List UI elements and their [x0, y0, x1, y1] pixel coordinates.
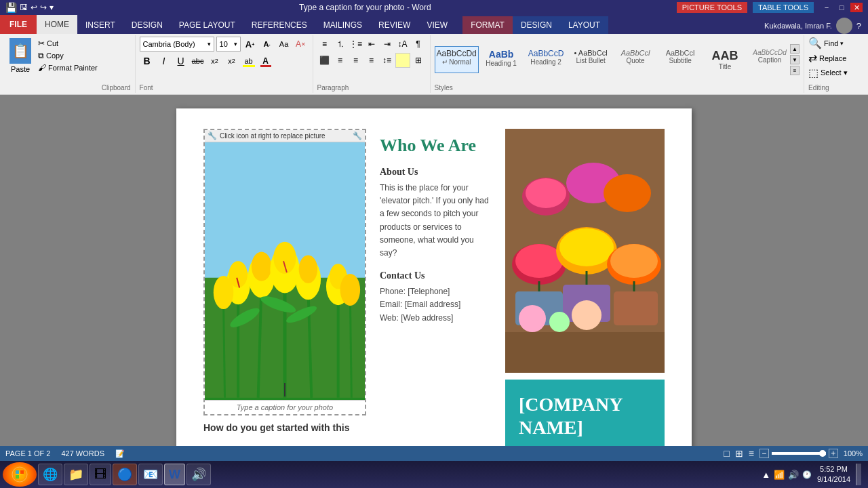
zoom-out-button[interactable]: −: [760, 449, 769, 458]
bullets-button[interactable]: ≡: [317, 37, 332, 52]
tab-layout[interactable]: LAYOUT: [560, 16, 608, 34]
justify-button[interactable]: ≡: [364, 53, 379, 68]
increase-indent-button[interactable]: ⇥: [380, 37, 395, 52]
select-icon: ⬚: [808, 66, 818, 79]
paste-label: Paste: [11, 65, 30, 73]
tab-references[interactable]: REFERENCES: [243, 16, 315, 34]
view-print-icon[interactable]: □: [724, 448, 729, 459]
sort-button[interactable]: ↕A: [395, 37, 410, 52]
strikethrough-button[interactable]: abc: [191, 54, 205, 68]
replace-button[interactable]: ⇄ Replace: [808, 52, 861, 64]
window-controls[interactable]: − □ ✕: [821, 3, 863, 12]
subscript-button[interactable]: x2: [208, 54, 222, 68]
font-size-arrow[interactable]: ▾: [234, 41, 237, 47]
grow-font-button[interactable]: A+: [243, 37, 258, 52]
document-area[interactable]: [COMPANY NAME] 🔧 Click icon at right to …: [0, 95, 868, 446]
tab-file[interactable]: FILE: [0, 15, 37, 34]
styles-scroll-up[interactable]: ▲: [790, 44, 800, 54]
style-heading2[interactable]: AaBbCcD Heading 2: [524, 46, 568, 73]
select-label: Select ▾: [821, 68, 848, 77]
style-quote[interactable]: AaBbCcl Quote: [614, 46, 658, 73]
align-left-button[interactable]: ⬛: [317, 53, 332, 68]
bold-button[interactable]: B: [140, 54, 155, 68]
tab-page-layout[interactable]: PAGE LAYOUT: [171, 16, 243, 34]
style-list-bullet[interactable]: • AaBbCcl List Bullet: [569, 46, 613, 73]
numbering-button[interactable]: ⒈: [333, 37, 348, 52]
clear-format-button[interactable]: A✕: [294, 37, 309, 52]
font-name-dropdown[interactable]: Cambria (Body) ▾: [140, 37, 214, 52]
taskbar-explorer[interactable]: 📁: [64, 464, 88, 485]
show-hide-button[interactable]: ¶: [411, 37, 426, 52]
cut-button[interactable]: ✂ Cut: [37, 38, 99, 49]
tab-review[interactable]: REVIEW: [370, 16, 418, 34]
taskbar-ie[interactable]: 🌐: [38, 464, 62, 485]
tray-arrow[interactable]: ▲: [762, 470, 770, 480]
align-center-button[interactable]: ≡: [333, 53, 348, 68]
placeholder-icon: 🔧: [208, 131, 217, 140]
photo-container[interactable]: 🔧 Click icon at right to replace picture…: [203, 129, 366, 415]
close-btn[interactable]: ✕: [850, 3, 863, 12]
tray-volume[interactable]: 🔊: [788, 470, 799, 480]
change-case-button[interactable]: Aa: [277, 37, 292, 52]
borders-button[interactable]: ⊞: [411, 53, 426, 68]
style-heading1[interactable]: AaBb Heading 1: [479, 46, 524, 73]
superscript-button[interactable]: x2: [224, 54, 239, 68]
status-bar: PAGE 1 OF 2 427 WORDS 📝 □ ⊞ ≡ − + 100%: [0, 446, 868, 461]
zoom-thumb[interactable]: [819, 450, 826, 457]
format-painter-icon: 🖌: [38, 63, 46, 73]
underline-button[interactable]: U: [174, 54, 189, 68]
shrink-font-button[interactable]: A-: [260, 37, 275, 52]
taskbar-word[interactable]: W: [164, 464, 185, 485]
styles-expand[interactable]: ≡: [790, 66, 800, 75]
tab-view[interactable]: VIEW: [418, 16, 456, 34]
minimize-btn[interactable]: −: [821, 3, 833, 12]
line-spacing-button[interactable]: ↕≡: [380, 53, 395, 68]
tab-design2[interactable]: DESIGN: [513, 16, 560, 34]
format-painter-button[interactable]: 🖌 Format Painter: [37, 62, 99, 73]
help-icon[interactable]: ?: [856, 21, 861, 31]
view-web-icon[interactable]: ≡: [749, 448, 754, 459]
decrease-indent-button[interactable]: ⇤: [364, 37, 379, 52]
style-caption[interactable]: AaBbCcDd Caption: [748, 46, 789, 73]
editing-group: 🔍 Find ▾ ⇄ Replace ⬚ Select ▾ Editing: [804, 35, 865, 93]
shading-button[interactable]: [395, 53, 410, 68]
zoom-in-button[interactable]: +: [829, 449, 838, 458]
taskbar-media[interactable]: 🎞: [90, 464, 111, 485]
zoom-track[interactable]: [772, 452, 826, 455]
copy-button[interactable]: ⧉ Copy: [37, 50, 99, 61]
font-size-value: 10: [220, 40, 228, 48]
clock[interactable]: 5:52 PM 9/14/2014: [817, 464, 850, 485]
italic-button[interactable]: I: [157, 54, 172, 68]
tab-format[interactable]: FORMAT: [462, 16, 513, 34]
style-subtitle[interactable]: AaBbCcl Subtitle: [658, 46, 703, 73]
font-size-dropdown[interactable]: 10 ▾: [216, 37, 241, 52]
text-highlight-button[interactable]: ab: [241, 54, 256, 68]
styles-scroll-down[interactable]: ▼: [790, 55, 800, 64]
tab-home[interactable]: HOME: [37, 15, 77, 34]
start-button[interactable]: [3, 462, 37, 487]
tab-design[interactable]: DESIGN: [123, 16, 171, 34]
view-full-icon[interactable]: ⊞: [735, 448, 743, 459]
font-name-arrow[interactable]: ▾: [208, 41, 211, 47]
find-arrow[interactable]: ▾: [840, 40, 844, 47]
show-desktop-button[interactable]: [856, 464, 861, 485]
photo-caption[interactable]: Type a caption for your photo: [205, 400, 365, 414]
align-right-button[interactable]: ≡: [349, 53, 363, 68]
font-color-button[interactable]: A: [258, 54, 273, 68]
maximize-btn[interactable]: □: [835, 3, 848, 12]
paste-icon: 📋: [9, 38, 31, 64]
taskbar-browser2[interactable]: 🔵: [113, 464, 137, 485]
select-button[interactable]: ⬚ Select ▾: [808, 66, 861, 79]
multilevel-button[interactable]: ⋮≡: [349, 37, 363, 52]
taskbar-outlook[interactable]: 📧: [138, 464, 163, 485]
paste-button[interactable]: 📋 Paste: [7, 37, 34, 75]
style-normal[interactable]: AaBbCcDd ↵ Normal: [435, 46, 479, 73]
find-button[interactable]: 🔍 Find ▾: [808, 37, 861, 49]
clock-date: 9/14/2014: [817, 474, 850, 485]
style-title[interactable]: AAB Title: [703, 46, 747, 73]
taskbar-app7[interactable]: 🔊: [186, 464, 211, 485]
status-right: □ ⊞ ≡ − + 100%: [724, 448, 863, 459]
tab-insert[interactable]: INSERT: [77, 16, 123, 34]
tray-network[interactable]: 📶: [774, 470, 785, 480]
tab-mailings[interactable]: MAILINGS: [315, 16, 370, 34]
